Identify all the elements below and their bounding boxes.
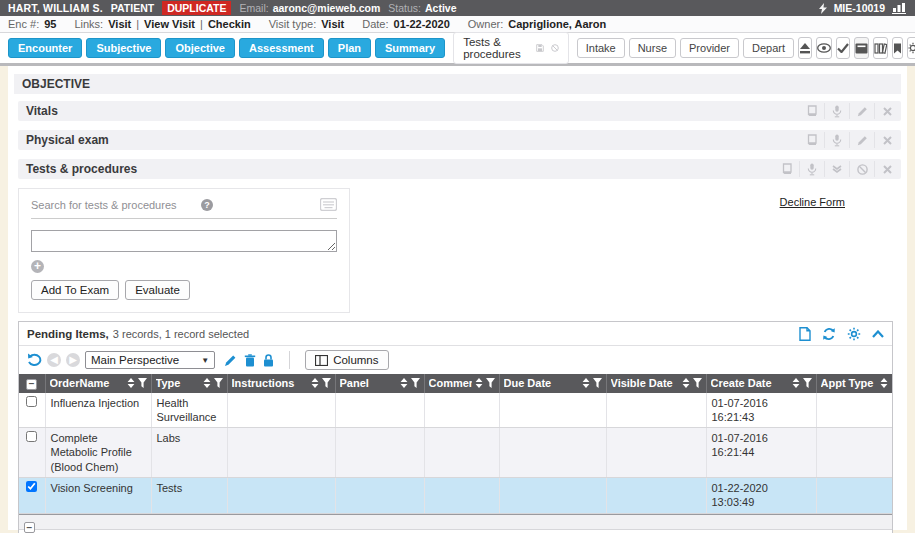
- cell-panel: [335, 393, 424, 428]
- nurse-button[interactable]: Nurse: [629, 38, 676, 58]
- col-appt-type[interactable]: Appt Type: [816, 374, 892, 393]
- book-icon[interactable]: [774, 161, 799, 177]
- new-document-icon[interactable]: [799, 327, 811, 341]
- section-icon-group: [774, 161, 899, 177]
- collapse-icon[interactable]: [872, 330, 884, 338]
- mic-icon[interactable]: [824, 132, 849, 148]
- cell-comments: [424, 393, 499, 428]
- col-instructions[interactable]: Instructions: [227, 374, 335, 393]
- close-icon[interactable]: [874, 161, 899, 177]
- help-icon[interactable]: ?: [201, 199, 213, 211]
- col-ordername[interactable]: OrderName: [45, 374, 151, 393]
- col-visible-date[interactable]: Visible Date: [606, 374, 706, 393]
- delete-perspective-icon[interactable]: [244, 354, 256, 367]
- provider-button[interactable]: Provider: [680, 38, 739, 58]
- close-icon[interactable]: [874, 103, 899, 119]
- keyboard-icon[interactable]: [320, 198, 337, 211]
- tab-encounter[interactable]: Encounter: [8, 38, 82, 58]
- section-tests-procedures[interactable]: Tests & procedures: [18, 159, 901, 179]
- link-view-visit[interactable]: View Visit: [144, 18, 195, 30]
- bookmark-button[interactable]: [892, 37, 903, 59]
- close-icon[interactable]: [874, 132, 899, 148]
- current-section-label: Tests & procedures: [463, 36, 529, 60]
- intake-button[interactable]: Intake: [577, 38, 625, 58]
- table-row-influenza-injection[interactable]: Influenza Injection Health Surveillance …: [19, 393, 892, 428]
- tests-entry-textarea[interactable]: [31, 230, 337, 252]
- book-icon[interactable]: [799, 132, 824, 148]
- table-row-vision-screening[interactable]: Vision Screening Tests 01-22-2020 13:03:…: [19, 477, 892, 513]
- row-checkbox[interactable]: [26, 481, 37, 492]
- chart-docs-button[interactable]: [873, 37, 888, 59]
- filter-icon: [138, 378, 147, 388]
- tests-search-panel: ? + Add To Exam Evaluate: [18, 188, 350, 313]
- table-row-complete-metabolic-profile[interactable]: Complete Metabolic Profile (Blood Chem) …: [19, 428, 892, 478]
- add-row-icon[interactable]: +: [31, 260, 44, 273]
- cell-due-date: [499, 477, 606, 513]
- patient-name: HART, WILLIAM S.: [8, 2, 103, 14]
- pencil-icon[interactable]: [849, 132, 874, 148]
- section-vitals[interactable]: Vitals: [18, 101, 901, 121]
- eject-icon: [799, 43, 811, 54]
- pipe-divider: |: [136, 18, 139, 30]
- chart-icon[interactable]: [892, 2, 907, 14]
- perspective-select[interactable]: Main Perspective ▼: [85, 351, 215, 369]
- flash-icon[interactable]: [819, 3, 827, 14]
- next-page-icon[interactable]: ▶: [66, 353, 80, 367]
- pencil-icon[interactable]: [849, 103, 874, 119]
- lock-icon[interactable]: [263, 354, 274, 367]
- cell-comments: [424, 477, 499, 513]
- cell-appt-type: [816, 393, 892, 428]
- duplicate-badge[interactable]: DUPLICATE: [162, 1, 231, 15]
- chevron-down-icon[interactable]: [824, 161, 849, 177]
- tab-assessment[interactable]: Assessment: [239, 38, 324, 58]
- complete-button[interactable]: [836, 37, 850, 59]
- circle-slash-icon[interactable]: [551, 42, 559, 54]
- circle-slash-icon[interactable]: [849, 161, 874, 177]
- cell-ordername: Vision Screening: [45, 477, 151, 513]
- bookmark-icon: [893, 43, 902, 54]
- tab-plan[interactable]: Plan: [328, 38, 371, 58]
- section-physical-exam[interactable]: Physical exam: [18, 130, 901, 150]
- col-comments[interactable]: Comments: [424, 374, 499, 393]
- pending-items-title: Pending Items,: [27, 328, 109, 340]
- refresh-icon[interactable]: [822, 327, 836, 341]
- eject-button[interactable]: [798, 37, 812, 59]
- evaluate-button[interactable]: Evaluate: [125, 280, 190, 300]
- col-panel[interactable]: Panel: [335, 374, 424, 393]
- sort-icon: [880, 378, 888, 388]
- mic-icon[interactable]: [824, 103, 849, 119]
- settings-button[interactable]: [907, 37, 915, 59]
- save-icon[interactable]: [536, 42, 544, 54]
- prev-page-icon[interactable]: ◀: [47, 353, 61, 367]
- col-due-date[interactable]: Due Date: [499, 374, 606, 393]
- mic-icon[interactable]: [799, 161, 824, 177]
- filter-icon: [322, 378, 331, 388]
- view-button[interactable]: [816, 37, 832, 59]
- columns-icon: [315, 355, 328, 366]
- cell-type: Tests: [151, 477, 227, 513]
- tab-summary[interactable]: Summary: [375, 38, 445, 58]
- select-all-toggle[interactable]: −: [26, 379, 37, 390]
- add-to-exam-button-top[interactable]: Add To Exam: [31, 280, 119, 300]
- row-checkbox[interactable]: [26, 431, 37, 442]
- link-visit[interactable]: Visit: [108, 18, 131, 30]
- tab-objective[interactable]: Objective: [165, 38, 235, 58]
- col-create-date[interactable]: Create Date: [706, 374, 816, 393]
- row-checkbox[interactable]: [26, 396, 37, 407]
- select-all-toggle-bottom[interactable]: −: [24, 522, 35, 533]
- cell-comments: [424, 428, 499, 478]
- edit-perspective-icon[interactable]: [224, 354, 237, 367]
- decline-form-link[interactable]: Decline Form: [780, 196, 845, 208]
- depart-button[interactable]: Depart: [743, 38, 794, 58]
- columns-button[interactable]: Columns: [305, 350, 388, 370]
- filter-icon: [411, 378, 420, 388]
- book-icon[interactable]: [799, 103, 824, 119]
- tests-search-input[interactable]: [31, 199, 201, 211]
- sort-icon: [682, 378, 690, 388]
- link-checkin[interactable]: Checkin: [208, 18, 251, 30]
- col-type[interactable]: Type: [151, 374, 227, 393]
- archive-button[interactable]: [854, 37, 869, 59]
- tab-subjective[interactable]: Subjective: [86, 38, 161, 58]
- undo-icon[interactable]: [27, 353, 42, 367]
- gear-icon[interactable]: [847, 327, 861, 341]
